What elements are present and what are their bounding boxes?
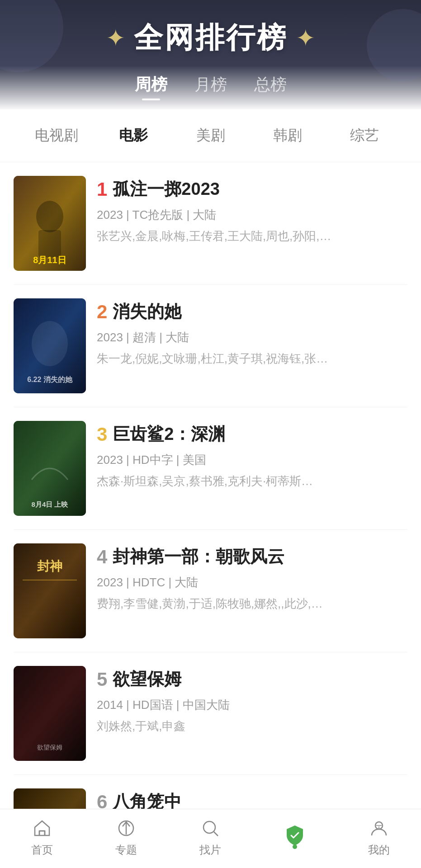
movie-meta-5: 2014 | HD国语 | 中国大陆 bbox=[97, 697, 407, 713]
list-item[interactable]: 6.22 消失的她 2 消失的她 2023 | 超清 | 大陆 朱一龙,倪妮,文… bbox=[14, 285, 407, 407]
movie-cast-5: 刘姝然,于斌,申鑫 bbox=[97, 718, 407, 734]
rank-number-3: 3 bbox=[97, 425, 107, 444]
nav-search-label: 找片 bbox=[199, 843, 221, 857]
tab-alltime[interactable]: 总榜 bbox=[254, 74, 287, 100]
nav-profile[interactable]: 我的 bbox=[367, 816, 391, 857]
rank-number-2: 2 bbox=[97, 302, 107, 321]
period-tabs: 周榜 月榜 总榜 bbox=[0, 74, 421, 109]
header: ✦ 全网排行榜 ✦ 周榜 月榜 总榜 bbox=[0, 0, 421, 109]
movie-info-1: 1 孤注一掷2023 2023 | TC抢先版 | 大陆 张艺兴,金晨,咏梅,王… bbox=[97, 176, 407, 244]
tab-monthly[interactable]: 月榜 bbox=[194, 74, 227, 100]
nav-active-dot bbox=[293, 844, 297, 849]
profile-icon bbox=[367, 816, 391, 840]
home-icon bbox=[30, 816, 54, 840]
movie-title-2: 消失的她 bbox=[113, 300, 181, 323]
movie-meta-4: 2023 | HDTC | 大陆 bbox=[97, 575, 407, 590]
nav-search[interactable]: 找片 bbox=[199, 816, 222, 857]
cat-variety[interactable]: 综艺 bbox=[326, 122, 403, 149]
movie-meta-1: 2023 | TC抢先版 | 大陆 bbox=[97, 207, 407, 223]
page-title: 全网排行榜 bbox=[134, 18, 288, 57]
topic-icon bbox=[114, 816, 138, 840]
laurel-right-icon: ✦ bbox=[296, 26, 316, 50]
svg-rect-8 bbox=[14, 543, 86, 638]
movie-title-3: 巨齿鲨2：深渊 bbox=[113, 423, 225, 446]
shield-icon bbox=[283, 824, 307, 847]
movie-info-4: 4 封神第一部：朝歌风云 2023 | HDTC | 大陆 费翔,李雪健,黄渤,… bbox=[97, 543, 407, 612]
svg-text:6.22 消失的她: 6.22 消失的她 bbox=[27, 376, 73, 383]
movie-poster-5: 欲望保姆 bbox=[14, 666, 86, 761]
movie-title-5: 欲望保姆 bbox=[113, 668, 181, 691]
rank-number-5: 5 bbox=[97, 670, 107, 689]
movie-meta-3: 2023 | HD中字 | 美国 bbox=[97, 452, 407, 468]
rank-number-1: 1 bbox=[97, 180, 107, 199]
svg-rect-2 bbox=[38, 230, 61, 257]
movie-poster-1: 8月11日 bbox=[14, 176, 86, 271]
movie-poster-4: 封神 bbox=[14, 543, 86, 638]
svg-text:欲望保姆: 欲望保姆 bbox=[37, 744, 62, 751]
svg-text:封神: 封神 bbox=[37, 559, 62, 573]
movie-cast-3: 杰森·斯坦森,吴京,蔡书雅,克利夫·柯蒂斯… bbox=[97, 473, 407, 489]
cat-tv[interactable]: 电视剧 bbox=[18, 122, 95, 149]
svg-rect-15 bbox=[39, 831, 45, 835]
nav-home-label: 首页 bbox=[31, 843, 53, 857]
category-bar: 电视剧 电影 美剧 韩剧 综艺 bbox=[0, 109, 421, 162]
movie-cast-2: 朱一龙,倪妮,文咏珊,杜江,黄子琪,祝海钰,张… bbox=[97, 351, 407, 367]
nav-profile-label: 我的 bbox=[368, 843, 390, 857]
poster-date-1: 8月11日 bbox=[14, 254, 86, 266]
svg-line-19 bbox=[214, 832, 218, 836]
list-item[interactable]: 8月4日 上映 3 巨齿鲨2：深渊 2023 | HD中字 | 美国 杰森·斯坦… bbox=[14, 407, 407, 530]
nav-home[interactable]: 首页 bbox=[30, 816, 54, 857]
search-icon bbox=[199, 816, 222, 840]
movie-title-4: 封神第一部：朝歌风云 bbox=[113, 545, 284, 568]
rank-number-4: 4 bbox=[97, 547, 107, 566]
tab-weekly[interactable]: 周榜 bbox=[135, 74, 167, 100]
list-item[interactable]: 8月11日 1 孤注一掷2023 2023 | TC抢先版 | 大陆 张艺兴,金… bbox=[14, 162, 407, 285]
cat-us-drama[interactable]: 美剧 bbox=[172, 122, 249, 149]
nav-topic[interactable]: 专题 bbox=[114, 816, 138, 857]
movie-info-3: 3 巨齿鲨2：深渊 2023 | HD中字 | 美国 杰森·斯坦森,吴京,蔡书雅… bbox=[97, 421, 407, 489]
svg-rect-10 bbox=[23, 580, 77, 580]
svg-point-1 bbox=[36, 201, 63, 232]
nav-topic-label: 专题 bbox=[115, 843, 137, 857]
bottom-nav: 首页 专题 找片 bbox=[0, 809, 421, 868]
movie-cast-1: 张艺兴,金晨,咏梅,王传君,王大陆,周也,孙阳,… bbox=[97, 228, 407, 244]
svg-point-4 bbox=[32, 321, 68, 366]
movie-poster-2: 6.22 消失的她 bbox=[14, 298, 86, 393]
movie-info-5: 5 欲望保姆 2014 | HD国语 | 中国大陆 刘姝然,于斌,申鑫 bbox=[97, 666, 407, 734]
nav-shield[interactable] bbox=[283, 824, 307, 850]
cat-kr-drama[interactable]: 韩剧 bbox=[249, 122, 326, 149]
movie-cast-4: 费翔,李雪健,黄渤,于适,陈牧驰,娜然,,此沙,… bbox=[97, 596, 407, 612]
list-item[interactable]: 封神 4 封神第一部：朝歌风云 2023 | HDTC | 大陆 费翔,李雪健,… bbox=[14, 530, 407, 652]
movie-list: 8月11日 1 孤注一掷2023 2023 | TC抢先版 | 大陆 张艺兴,金… bbox=[0, 162, 421, 868]
movie-meta-2: 2023 | 超清 | 大陆 bbox=[97, 330, 407, 345]
list-item[interactable]: 欲望保姆 5 欲望保姆 2014 | HD国语 | 中国大陆 刘姝然,于斌,申鑫 bbox=[14, 652, 407, 775]
cat-movie[interactable]: 电影 bbox=[95, 122, 172, 149]
movie-poster-3: 8月4日 上映 bbox=[14, 421, 86, 516]
movie-title-1: 孤注一掷2023 bbox=[113, 178, 220, 201]
laurel-left-icon: ✦ bbox=[106, 26, 126, 50]
movie-info-2: 2 消失的她 2023 | 超清 | 大陆 朱一龙,倪妮,文咏珊,杜江,黄子琪,… bbox=[97, 298, 407, 367]
svg-point-18 bbox=[203, 821, 215, 833]
svg-text:8月4日 上映: 8月4日 上映 bbox=[32, 500, 69, 508]
